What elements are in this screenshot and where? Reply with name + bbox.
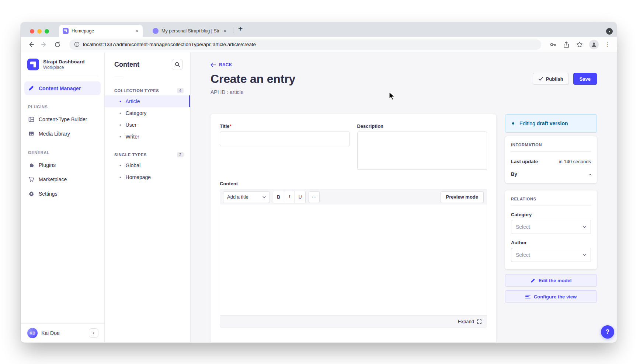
help-button[interactable]: ? — [601, 325, 614, 339]
sidebar-item-content-type-builder[interactable]: Content-Type Builder — [21, 112, 104, 126]
author-select[interactable]: Select — [511, 248, 591, 262]
back-icon[interactable] — [27, 41, 35, 48]
collection-type-writer[interactable]: • Writer — [105, 131, 190, 143]
collection-type-label: Article — [126, 98, 140, 104]
heading-style-value: Add a title — [227, 194, 248, 200]
person-icon — [591, 42, 597, 48]
tab-strapi-blog[interactable]: My personal Strapi blog | Strap × — [149, 25, 231, 37]
browser-downloads-icon[interactable]: ▾ — [606, 28, 613, 35]
collection-types-heading: COLLECTION TYPES — [114, 88, 159, 93]
sidebar-section-general: GENERAL — [21, 150, 104, 155]
pencil-icon — [531, 278, 535, 283]
description-textarea[interactable] — [357, 132, 487, 170]
heading-style-select[interactable]: Add a title — [223, 191, 270, 203]
chevron-down-icon — [262, 196, 266, 198]
site-info-icon[interactable] — [74, 42, 80, 47]
expand-label[interactable]: Expand — [458, 319, 474, 324]
save-button[interactable]: Save — [573, 73, 597, 85]
last-update-value: in 140 seconds — [559, 159, 591, 164]
browser-menu-icon[interactable]: ⋮ — [605, 41, 610, 48]
edit-model-button[interactable]: Edit the model — [505, 274, 597, 287]
last-update-label: Last update — [511, 159, 538, 164]
required-asterisk: * — [230, 123, 232, 129]
bullet-icon: • — [119, 122, 121, 128]
arrow-left-icon — [211, 63, 216, 67]
status-dot-icon — [512, 122, 514, 125]
url-text: localhost:1337/admin/content-manager/col… — [83, 42, 256, 47]
by-row: By - — [511, 171, 591, 177]
preview-mode-button[interactable]: Preview mode — [441, 191, 484, 203]
back-link[interactable]: BACK — [211, 62, 232, 67]
single-type-label: Global — [126, 162, 140, 168]
strapi-logo-icon — [27, 59, 39, 70]
search-button[interactable] — [172, 59, 183, 70]
bold-button[interactable]: B — [273, 191, 284, 203]
browser-profile-avatar[interactable] — [589, 40, 599, 49]
sidebar-item-media-library[interactable]: Media Library — [21, 126, 104, 141]
editor-toolbar: Add a title B I U ⋯ Preview — [220, 189, 487, 204]
collapse-sidebar-button[interactable]: ‹ — [89, 328, 98, 338]
underline-button[interactable]: U — [295, 191, 305, 203]
relations-card: RELATIONS Category Select Author Select — [505, 190, 597, 269]
back-label: BACK — [219, 62, 232, 67]
relations-heading: RELATIONS — [511, 197, 591, 201]
category-select[interactable]: Select — [511, 220, 591, 234]
address-bar[interactable]: localhost:1337/admin/content-manager/col… — [69, 39, 541, 50]
collection-type-article[interactable]: • Article — [105, 95, 190, 107]
close-window-button[interactable] — [30, 29, 34, 34]
single-type-homepage[interactable]: • Homepage — [105, 171, 190, 183]
search-icon — [175, 62, 180, 67]
sidebar-item-label: Media Library — [39, 131, 70, 137]
bullet-icon: • — [119, 175, 121, 180]
main-panel: BACK Create an entry API ID : article Pu… — [191, 52, 617, 342]
italic-button[interactable]: I — [284, 191, 295, 203]
more-formats-button[interactable]: ⋯ — [309, 191, 320, 203]
sidebar-item-label: Plugins — [39, 162, 56, 168]
tab-close-icon[interactable]: × — [223, 28, 227, 34]
collection-types-count: 4 — [177, 88, 184, 93]
workspace-brand[interactable]: Strapi Dashboard Workplace — [21, 52, 104, 76]
collection-type-user[interactable]: • User — [105, 119, 190, 131]
page-title: Create an entry — [211, 72, 295, 86]
tab-close-icon[interactable]: × — [135, 28, 139, 34]
collection-type-category[interactable]: • Category — [105, 107, 190, 119]
browser-window: Homepage × My personal Strapi blog | Str… — [21, 22, 617, 343]
tab-separator — [233, 27, 233, 33]
by-label: By — [511, 171, 517, 177]
collection-type-label: Category — [126, 110, 147, 116]
editor-content-area[interactable] — [220, 204, 487, 315]
author-label: Author — [511, 240, 591, 245]
entry-form-card: Title* Description Content — [211, 114, 496, 342]
user-avatar[interactable]: KD — [27, 328, 38, 338]
check-icon — [538, 77, 543, 81]
configure-lines-icon — [525, 294, 531, 299]
minimize-window-button[interactable] — [37, 29, 42, 34]
sidebar-item-content-manager[interactable]: Content Manager — [24, 81, 101, 95]
title-input[interactable] — [220, 132, 350, 146]
password-key-icon[interactable] — [549, 41, 557, 48]
bullet-icon: • — [119, 111, 121, 116]
sidebar-item-plugins[interactable]: Plugins — [21, 158, 104, 172]
layout-icon — [28, 116, 34, 122]
bookmark-star-icon[interactable] — [576, 41, 583, 48]
reload-icon[interactable] — [54, 41, 61, 48]
tab-homepage[interactable]: Homepage × — [59, 25, 143, 37]
share-icon[interactable] — [563, 41, 570, 48]
sidebar-item-marketplace[interactable]: Marketplace — [21, 172, 104, 186]
forward-icon[interactable] — [41, 41, 48, 48]
publish-button[interactable]: Publish — [533, 73, 569, 85]
collection-type-label: User — [126, 122, 137, 128]
strapi-favicon-icon — [63, 28, 69, 34]
new-tab-button[interactable]: + — [238, 24, 243, 33]
tab-title: Homepage — [72, 28, 132, 34]
configure-view-button[interactable]: Configure the view — [505, 290, 597, 303]
sidebar-item-settings[interactable]: Settings — [21, 186, 104, 201]
author-select-value: Select — [516, 252, 530, 258]
bullet-icon: • — [119, 99, 121, 104]
single-type-global[interactable]: • Global — [105, 160, 190, 171]
single-type-label: Homepage — [126, 174, 151, 180]
information-heading: INFORMATION — [511, 143, 591, 147]
zoom-window-button[interactable] — [45, 29, 49, 34]
rich-text-editor: Add a title B I U ⋯ Preview — [220, 189, 487, 328]
expand-icon[interactable] — [477, 319, 481, 324]
